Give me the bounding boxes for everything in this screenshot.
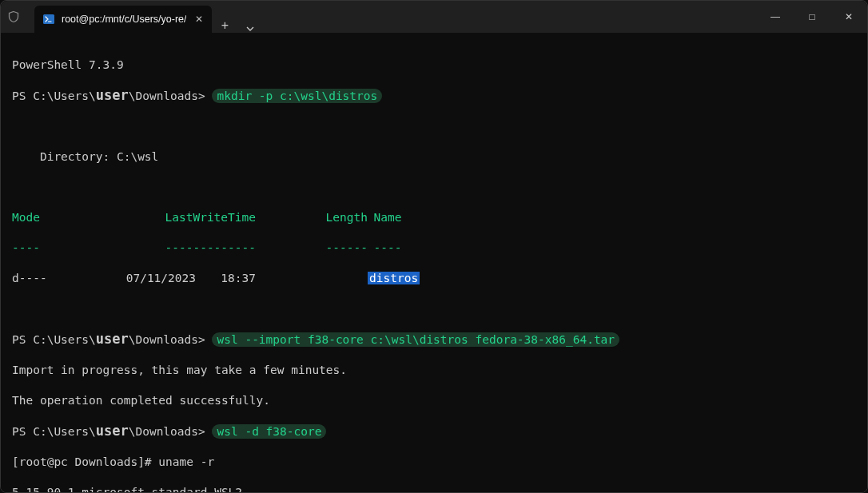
output-line: The operation completed successfully.	[12, 393, 856, 408]
powershell-icon	[42, 13, 55, 26]
tab-title: root@pc:/mnt/c/Users/yo-re/	[62, 12, 186, 27]
output-line: Import in progress, this may take a few …	[12, 363, 856, 378]
chevron-down-icon	[246, 25, 254, 33]
cmd-wsl-import: wsl --import f38-core c:\wsl\distros fed…	[212, 332, 619, 347]
cmd-uname: uname -r	[158, 455, 214, 468]
linux-prompt: [root@pc Downloads]#	[12, 455, 158, 468]
tab-dropdown-button[interactable]	[237, 25, 263, 33]
shield-icon	[4, 7, 23, 26]
close-window-button[interactable]: ✕	[830, 1, 867, 33]
window-titlebar: root@pc:/mnt/c/Users/yo-re/ ✕ + — □ ✕	[1, 1, 867, 33]
table-header: ModeLastWriteTimeLengthName	[12, 210, 856, 225]
terminal-tab[interactable]: root@pc:/mnt/c/Users/yo-re/ ✕	[34, 6, 212, 33]
svg-rect-0	[43, 14, 54, 24]
titlebar-drag-area[interactable]	[263, 1, 757, 33]
cmd-wsl-d: wsl -d f38-core	[212, 424, 326, 439]
maximize-button[interactable]: □	[794, 1, 830, 33]
ps-prompt: PS C:\Users\user\Downloads>	[12, 333, 212, 346]
minimize-button[interactable]: —	[757, 1, 794, 33]
terminal-content[interactable]: PowerShell 7.3.9 PS C:\Users\user\Downlo…	[1, 33, 867, 493]
close-tab-icon[interactable]: ✕	[193, 12, 205, 27]
ps-prompt: PS C:\Users\user\Downloads>	[12, 89, 212, 102]
table-header-underline: ---------------------------	[12, 241, 856, 256]
ps-prompt: PS C:\Users\user\Downloads>	[12, 425, 212, 438]
selected-text: distros	[368, 272, 420, 284]
new-tab-button[interactable]: +	[212, 18, 237, 33]
cmd-mkdir: mkdir -p c:\wsl\distros	[212, 89, 382, 103]
shell-banner: PowerShell 7.3.9	[12, 58, 856, 73]
output-line: 5.15.90.1-microsoft-standard-WSL2	[12, 485, 856, 493]
directory-header: Directory: C:\wsl	[12, 149, 856, 165]
table-row: d----07/11/202318:37distros	[12, 271, 856, 286]
